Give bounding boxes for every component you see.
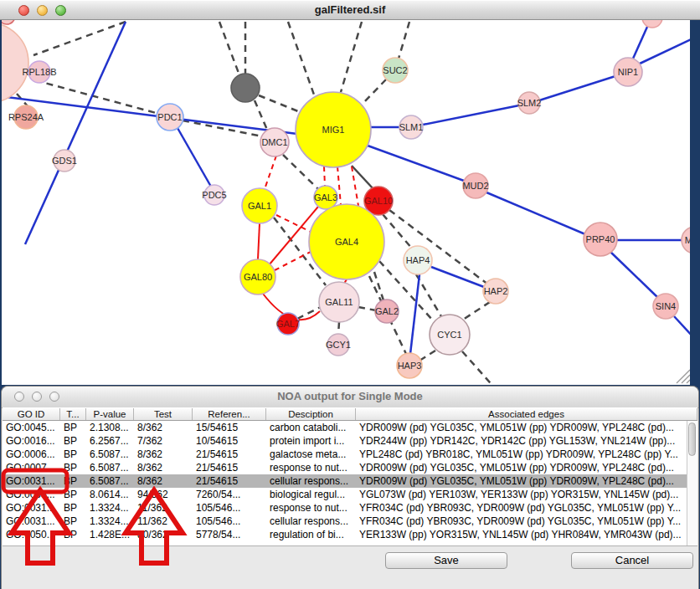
table-header-row: GO IDT...P-valueTestReferen...Desciption… bbox=[3, 407, 697, 421]
column-header-t-[interactable]: T... bbox=[60, 408, 86, 420]
table-cell: YER133W (pp) YOR315W, YNL145W (pd) YHR08… bbox=[356, 528, 697, 541]
table-row[interactable]: GO:0006...BP6.5087...8/36221/54615galact… bbox=[3, 448, 697, 461]
noa-window-titlebar[interactable]: NOA output for Single Mode bbox=[2, 387, 698, 408]
graph-edge[interactable] bbox=[374, 272, 383, 300]
graph-edge[interactable] bbox=[423, 105, 519, 125]
graph-edge[interactable] bbox=[463, 302, 490, 320]
graph-node-label: SLM2 bbox=[517, 98, 542, 108]
table-cell: BP bbox=[60, 421, 86, 434]
graph-edge[interactable] bbox=[610, 252, 658, 298]
graph-edge[interactable] bbox=[258, 223, 260, 259]
column-header-referen-[interactable]: Referen... bbox=[193, 408, 266, 420]
graph-node-label: GAL10 bbox=[364, 196, 393, 206]
graph-edge[interactable] bbox=[265, 156, 276, 189]
graph-edge[interactable] bbox=[539, 76, 615, 100]
network-canvas[interactable]: RPL18BRPS24AGDS1PDC1MIG1SUC2SLM1SLM2NIP1… bbox=[2, 20, 690, 385]
table-cell: cellular respons... bbox=[266, 474, 356, 488]
column-header-go-id[interactable]: GO ID bbox=[3, 408, 60, 420]
table-cell: YGL073W (pd) YER103W, YER133W (pp) YOR31… bbox=[356, 488, 697, 501]
resize-grip-icon[interactable] bbox=[682, 375, 690, 383]
graph-edge[interactable] bbox=[219, 22, 239, 75]
graph-edge[interactable] bbox=[178, 128, 211, 187]
table-cell: GO:0006... bbox=[3, 448, 60, 461]
table-row[interactable]: GO:0065...BP8.0614...94/3627260/54...bio… bbox=[3, 488, 697, 501]
table-cell: 8.0614... bbox=[86, 488, 134, 501]
graph-edge[interactable] bbox=[486, 192, 585, 234]
table-cell: 11/362 bbox=[134, 515, 193, 528]
table-row[interactable]: GO:0031...BP6.5087...8/36221/54615cellul… bbox=[3, 474, 697, 488]
graph-edge[interactable] bbox=[431, 267, 484, 287]
graph-edge[interactable] bbox=[410, 274, 419, 354]
graph-edge[interactable] bbox=[383, 214, 412, 248]
table-body: GO:0045...BP2.1308...8/36215/54615carbon… bbox=[3, 421, 697, 546]
scrollbar-thumb[interactable] bbox=[688, 423, 696, 456]
graph-edge[interactable] bbox=[633, 27, 647, 59]
graph-edge[interactable] bbox=[389, 210, 488, 284]
table-cell: biological regul... bbox=[266, 488, 356, 501]
table-cell: YPL248C (pd) YBR018C, YML051W (pp) YDR00… bbox=[356, 448, 697, 461]
table-cell: 15/54615 bbox=[193, 421, 266, 434]
graph-edge[interactable] bbox=[275, 252, 311, 270]
resize-grip-icon[interactable] bbox=[687, 380, 690, 383]
graph-edge[interactable] bbox=[416, 274, 441, 316]
network-window-titlebar[interactable]: galFiltered.sif bbox=[0, 0, 700, 20]
table-cell: YDR009W (pd) YGL035C, YML051W (pp) YDR00… bbox=[356, 461, 697, 474]
table-row[interactable]: GO:0050...BP1.428E...80/3625778/54...reg… bbox=[3, 528, 697, 541]
graph-edge[interactable] bbox=[324, 166, 325, 186]
graph-edge[interactable] bbox=[368, 146, 464, 181]
table-cell: 94/362 bbox=[134, 488, 193, 501]
graph-node[interactable] bbox=[642, 20, 662, 28]
graph-edge[interactable] bbox=[363, 79, 386, 104]
graph-edge[interactable] bbox=[338, 322, 339, 335]
table-row[interactable]: GO:0031...BP1.3324...11/362105/546...res… bbox=[3, 501, 697, 515]
graph-node-label: PDC1 bbox=[157, 112, 182, 122]
graph-edge[interactable] bbox=[288, 22, 315, 97]
table-cell: 21/54615 bbox=[193, 474, 266, 488]
graph-edge[interactable] bbox=[399, 22, 409, 59]
network-window-title: galFiltered.sif bbox=[0, 3, 700, 16]
table-cell: 8/362 bbox=[134, 474, 193, 488]
column-header-desciption[interactable]: Desciption bbox=[266, 408, 356, 420]
graph-edge[interactable] bbox=[674, 316, 690, 348]
table-cell: BP bbox=[60, 528, 86, 541]
table-row[interactable]: GO:0031...BP1.3324...11/362105/546...cel… bbox=[3, 515, 697, 528]
graph-edge[interactable] bbox=[341, 22, 362, 92]
table-row[interactable]: GO:0016...BP6.2567...7/36210/54615protei… bbox=[3, 434, 697, 448]
graph-node[interactable] bbox=[2, 23, 28, 103]
table-cell: 6.5087... bbox=[86, 474, 134, 488]
graph-node-label: MUD2 bbox=[462, 181, 488, 191]
graph-node-label: GAL3 bbox=[314, 192, 337, 202]
column-header-test[interactable]: Test bbox=[134, 408, 193, 420]
graph-node-label: GAL7 bbox=[276, 319, 300, 329]
graph-edge[interactable] bbox=[2, 95, 297, 134]
graph-edge[interactable] bbox=[25, 22, 126, 244]
graph-node[interactable] bbox=[2, 20, 15, 24]
table-row[interactable]: GO:0007...BP6.5087...8/36221/54615respon… bbox=[3, 461, 697, 474]
table-cell: 1.3324... bbox=[86, 501, 134, 515]
table-cell: 105/546... bbox=[193, 501, 266, 515]
table-cell: 1.428E... bbox=[86, 528, 134, 541]
table-cell: BP bbox=[60, 501, 86, 515]
graph-edge[interactable] bbox=[255, 100, 267, 130]
column-header-p-value[interactable]: P-value bbox=[86, 408, 134, 420]
vertical-scrollbar[interactable] bbox=[687, 421, 697, 545]
table-cell: GO:0031... bbox=[3, 501, 60, 515]
graph-node[interactable] bbox=[231, 74, 260, 102]
graph-edge[interactable] bbox=[358, 307, 376, 310]
table-cell: YFR034C (pd) YBR093C, YDR009W (pd) YGL03… bbox=[356, 501, 697, 515]
table-cell: 80/362 bbox=[134, 528, 193, 541]
column-header-associated-edges[interactable]: Associated edges bbox=[356, 408, 697, 420]
graph-edge[interactable] bbox=[259, 95, 298, 111]
graph-node-label: HAP2 bbox=[484, 286, 508, 296]
graph-edge[interactable] bbox=[462, 351, 496, 385]
table-cell: 21/54615 bbox=[193, 461, 266, 474]
table-cell: 7260/54... bbox=[193, 488, 266, 501]
graph-edge[interactable] bbox=[640, 35, 690, 64]
graph-edge[interactable] bbox=[419, 351, 435, 361]
table-row[interactable]: GO:0045...BP2.1308...8/36215/54615carbon… bbox=[3, 421, 697, 434]
table-cell: BP bbox=[60, 434, 86, 448]
network-graph[interactable]: RPL18BRPS24AGDS1PDC1MIG1SUC2SLM1SLM2NIP1… bbox=[2, 20, 690, 385]
cancel-button[interactable]: Cancel bbox=[571, 552, 693, 569]
table-cell: GO:0045... bbox=[3, 421, 60, 434]
save-button[interactable]: Save bbox=[385, 552, 507, 569]
